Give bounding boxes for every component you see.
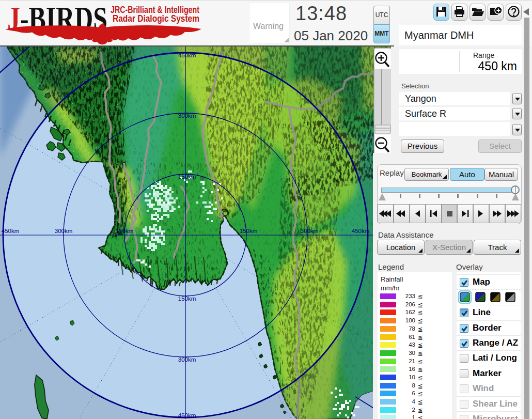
svg-text:300km: 300km — [55, 228, 73, 234]
svg-text:450km: 450km — [178, 412, 196, 418]
svg-text:300km: 300km — [178, 356, 196, 363]
svg-text:150km: 150km — [116, 228, 134, 234]
svg-text:450km: 450km — [178, 52, 196, 58]
svg-text:Radar Dialogic System: Radar Dialogic System — [113, 13, 199, 24]
svg-text:450km: 450km — [2, 228, 20, 234]
svg-text:450km: 450km — [352, 228, 370, 234]
svg-text:300km: 300km — [178, 113, 196, 119]
svg-text:150km: 150km — [240, 228, 258, 234]
svg-text:150km: 150km — [178, 296, 196, 302]
svg-text:150km: 150km — [178, 174, 196, 180]
svg-text:300km: 300km — [301, 228, 319, 234]
